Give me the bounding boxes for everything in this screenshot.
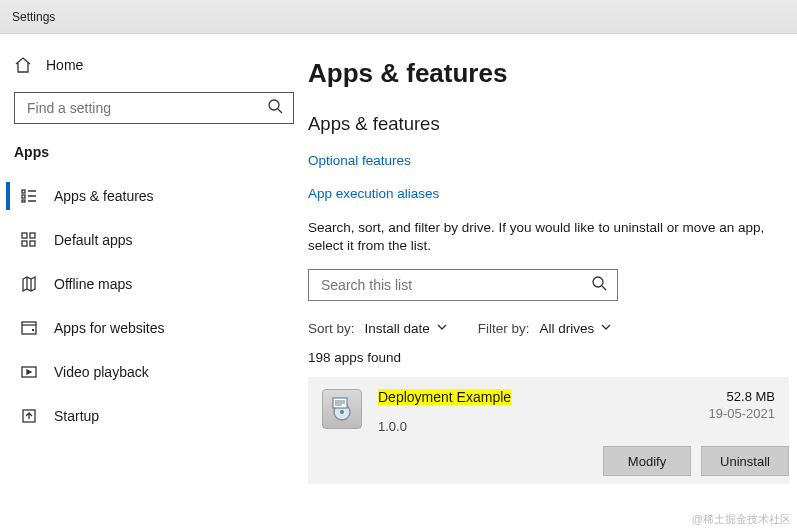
sidebar-item-label: Default apps (54, 232, 133, 248)
window-body: Home Apps Apps & features Default ap (0, 34, 797, 529)
titlebar: Settings (0, 0, 797, 34)
filter-dropdown[interactable]: Filter by: All drives (478, 321, 613, 336)
app-list-item[interactable]: Deployment Example 1.0.0 52.8 MB 19-05-2… (308, 377, 789, 446)
app-name: Deployment Example (378, 389, 511, 405)
sidebar-item-label: Offline maps (54, 276, 132, 292)
sidebar: Home Apps Apps & features Default ap (0, 34, 308, 529)
sidebar-item-label: Apps for websites (54, 320, 165, 336)
svg-rect-5 (30, 233, 35, 238)
uninstall-button[interactable]: Uninstall (701, 446, 789, 476)
chevron-down-icon (436, 321, 448, 336)
default-apps-icon (20, 231, 38, 249)
chevron-down-icon (600, 321, 612, 336)
page-title: Apps & features (308, 58, 789, 89)
svg-rect-6 (22, 241, 27, 246)
list-search[interactable] (308, 269, 618, 301)
home-label: Home (46, 57, 83, 73)
sidebar-item-label: Apps & features (54, 188, 154, 204)
sidebar-item-startup[interactable]: Startup (0, 394, 308, 438)
app-date: 19-05-2021 (709, 406, 776, 421)
sidebar-item-offline-maps[interactable]: Offline maps (0, 262, 308, 306)
app-icon (322, 389, 362, 429)
sidebar-item-video-playback[interactable]: Video playback (0, 350, 308, 394)
sidebar-search-input[interactable] (25, 99, 268, 117)
sidebar-search[interactable] (14, 92, 294, 124)
svg-rect-1 (22, 190, 25, 193)
sort-dropdown[interactable]: Sort by: Install date (308, 321, 448, 336)
home-icon (14, 56, 32, 74)
filter-value: All drives (540, 321, 595, 336)
link-optional-features[interactable]: Optional features (308, 153, 789, 168)
svg-point-0 (269, 100, 279, 110)
sort-value: Install date (365, 321, 430, 336)
sidebar-section-title: Apps (0, 142, 308, 174)
svg-rect-7 (30, 241, 35, 246)
sidebar-item-apps-websites[interactable]: Apps for websites (0, 306, 308, 350)
sidebar-item-default-apps[interactable]: Default apps (0, 218, 308, 262)
window-title: Settings (12, 10, 55, 24)
sidebar-item-apps-features[interactable]: Apps & features (0, 174, 308, 218)
svg-rect-8 (22, 322, 36, 334)
svg-rect-3 (22, 200, 25, 202)
svg-rect-2 (22, 195, 25, 198)
app-size: 52.8 MB (709, 389, 776, 404)
filter-bar: Sort by: Install date Filter by: All dri… (308, 321, 789, 336)
home-nav[interactable]: Home (0, 48, 308, 86)
app-meta: 52.8 MB 19-05-2021 (709, 389, 776, 434)
startup-icon (20, 407, 38, 425)
search-icon (592, 276, 607, 294)
app-actions: Modify Uninstall (308, 446, 789, 484)
svg-point-13 (340, 410, 344, 414)
link-app-execution-aliases[interactable]: App execution aliases (308, 186, 789, 201)
list-search-input[interactable] (319, 276, 592, 294)
offline-maps-icon (20, 275, 38, 293)
app-version: 1.0.0 (378, 419, 693, 434)
sidebar-item-label: Startup (54, 408, 99, 424)
content-area: Apps & features Apps & features Optional… (308, 34, 797, 529)
watermark: @稀土掘金技术社区 (692, 512, 791, 527)
apps-features-icon (20, 187, 38, 205)
svg-rect-4 (22, 233, 27, 238)
sort-label: Sort by: (308, 321, 355, 336)
sidebar-item-label: Video playback (54, 364, 149, 380)
page-subtitle: Apps & features (308, 113, 789, 135)
svg-point-11 (593, 277, 603, 287)
filter-label: Filter by: (478, 321, 530, 336)
video-playback-icon (20, 363, 38, 381)
app-main: Deployment Example 1.0.0 (378, 389, 693, 434)
apps-websites-icon (20, 319, 38, 337)
modify-button[interactable]: Modify (603, 446, 691, 476)
apps-count: 198 apps found (308, 350, 789, 365)
settings-window: Settings Home Apps Apps & feat (0, 0, 797, 529)
help-text: Search, sort, and filter by drive. If yo… (308, 219, 789, 255)
search-icon (268, 99, 283, 117)
